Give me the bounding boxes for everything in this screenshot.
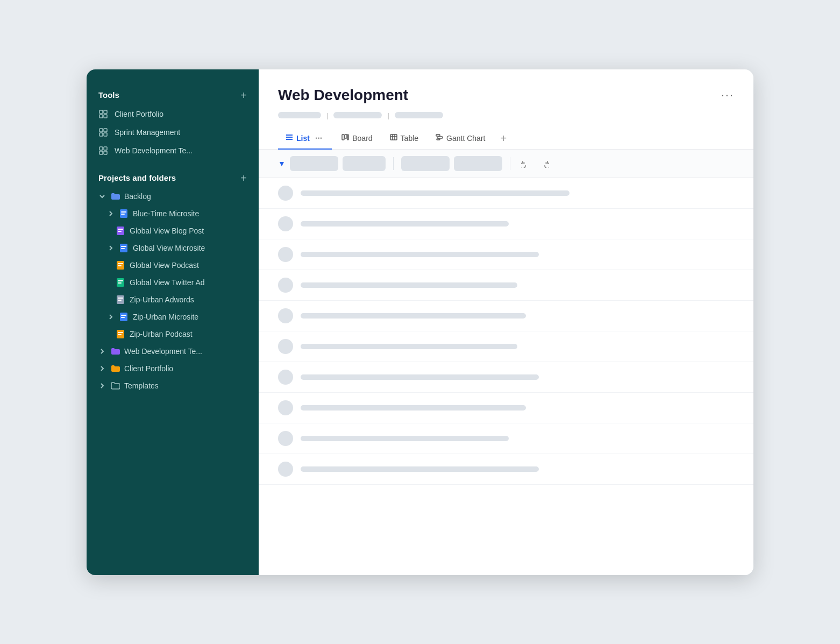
redo-button[interactable] — [537, 157, 552, 170]
avatar — [278, 278, 293, 293]
tab-board[interactable]: Board — [334, 128, 380, 149]
avatar — [278, 370, 293, 385]
svg-rect-0 — [99, 110, 103, 114]
toolbar-filter-pill-1[interactable] — [290, 156, 338, 171]
svg-rect-16 — [118, 229, 123, 230]
more-options-button[interactable]: ··· — [721, 89, 734, 101]
tab-gantt-label: Gantt Chart — [446, 134, 485, 143]
main-header: Web Development ··· | | List ··· — [259, 69, 753, 150]
list-item[interactable] — [259, 454, 753, 485]
filter-button[interactable]: ▼ — [278, 159, 286, 168]
toolbar-filter-pill-3[interactable] — [401, 156, 450, 171]
svg-rect-41 — [347, 135, 348, 140]
tools-add-button[interactable]: + — [240, 90, 247, 101]
sidebar-item-client-portfolio-nav[interactable]: Client Portfolio — [87, 360, 259, 377]
tools-header: Tools + — [87, 84, 259, 105]
projects-header: Projects and folders + — [87, 167, 259, 188]
row-line — [301, 282, 517, 288]
sidebar: Tools + Client Portfolio — [87, 69, 259, 575]
toolbar-filter-pill-2[interactable] — [343, 156, 386, 171]
chevron-down-icon — [98, 193, 106, 200]
doc-icon-blue — [119, 209, 129, 218]
table-icon — [390, 133, 397, 143]
svg-rect-39 — [342, 135, 344, 140]
sidebar-item-client-portfolio[interactable]: Client Portfolio — [87, 105, 259, 123]
projects-title: Projects and folders — [98, 173, 176, 182]
tab-list[interactable]: List ··· — [278, 128, 332, 150]
avatar — [278, 247, 293, 262]
folder-icon-amber — [110, 364, 120, 373]
svg-rect-32 — [121, 317, 125, 318]
breadcrumb-item-2[interactable] — [333, 112, 382, 118]
tab-list-label: List — [296, 134, 310, 143]
undo-button[interactable] — [518, 157, 533, 170]
svg-rect-3 — [104, 115, 107, 118]
svg-rect-8 — [99, 147, 103, 150]
row-line — [301, 344, 517, 349]
sidebar-item-global-blog[interactable]: Global View Blog Post — [87, 222, 259, 239]
avatar — [278, 462, 293, 477]
main-content: Web Development ··· | | List ··· — [259, 69, 753, 575]
sidebar-item-sprint-management[interactable]: Sprint Management — [87, 123, 259, 141]
tab-list-more[interactable]: ··· — [313, 133, 324, 143]
avatar — [278, 308, 293, 323]
list-item[interactable] — [259, 423, 753, 454]
sidebar-item-templates[interactable]: Templates — [87, 377, 259, 394]
svg-rect-4 — [99, 129, 103, 132]
svg-rect-14 — [121, 214, 125, 215]
grid-icon-2 — [98, 128, 108, 137]
tab-board-label: Board — [352, 134, 372, 143]
list-item[interactable] — [259, 270, 753, 301]
list-icon — [286, 133, 293, 143]
sidebar-item-backlog[interactable]: Backlog — [87, 188, 259, 205]
svg-rect-48 — [437, 139, 440, 140]
svg-rect-31 — [121, 315, 126, 316]
toolbar-filter-pill-4[interactable] — [454, 156, 502, 171]
gantt-icon — [436, 133, 443, 143]
list-item[interactable] — [259, 209, 753, 239]
breadcrumb-item-3[interactable] — [395, 112, 443, 118]
svg-rect-42 — [390, 135, 397, 140]
svg-rect-5 — [104, 129, 107, 132]
list-item[interactable] — [259, 331, 753, 362]
row-line — [301, 405, 526, 411]
sidebar-item-global-twitter[interactable]: Global View Twitter Ad — [87, 274, 259, 291]
svg-rect-20 — [121, 248, 125, 249]
sidebar-item-web-development[interactable]: Web Development Te... — [87, 141, 259, 160]
sidebar-item-global-podcast[interactable]: Global View Podcast — [87, 257, 259, 274]
sidebar-item-global-microsite[interactable]: Global View Microsite — [87, 239, 259, 257]
board-icon — [341, 133, 349, 143]
doc-icon-purple — [116, 226, 125, 236]
list-content — [259, 178, 753, 575]
svg-rect-22 — [118, 263, 123, 264]
sidebar-item-web-dev-te[interactable]: Web Development Te... — [87, 343, 259, 360]
list-item[interactable] — [259, 178, 753, 209]
tab-add-button[interactable]: + — [495, 128, 512, 149]
projects-add-button[interactable]: + — [240, 173, 247, 183]
list-item[interactable] — [259, 362, 753, 393]
nav-item-label: Global View Microsite — [133, 244, 205, 252]
svg-rect-10 — [99, 151, 103, 154]
breadcrumb-separator: | — [326, 111, 328, 119]
tab-gantt[interactable]: Gantt Chart — [428, 128, 493, 149]
breadcrumb-item-1[interactable] — [278, 112, 321, 118]
row-line — [301, 221, 509, 227]
list-item[interactable] — [259, 301, 753, 331]
svg-rect-9 — [104, 147, 107, 150]
folder-icon — [110, 192, 120, 201]
doc-icon-blue-2 — [119, 243, 129, 253]
chevron-right-icon-6 — [98, 382, 106, 390]
grid-icon — [98, 109, 108, 119]
page-title: Web Development — [278, 87, 408, 104]
tab-table[interactable]: Table — [382, 128, 426, 149]
sidebar-item-zip-adwords[interactable]: Zip-Urban Adwords — [87, 291, 259, 308]
sidebar-item-blue-time[interactable]: Blue-Time Microsite — [87, 205, 259, 222]
svg-rect-40 — [345, 135, 347, 138]
row-line — [301, 190, 570, 196]
list-item[interactable] — [259, 239, 753, 270]
list-item[interactable] — [259, 393, 753, 423]
chevron-right-icon-3 — [107, 313, 115, 321]
sidebar-item-zip-podcast[interactable]: Zip-Urban Podcast — [87, 325, 259, 343]
folder-outline-icon — [110, 381, 120, 391]
sidebar-item-zip-microsite[interactable]: Zip-Urban Microsite — [87, 308, 259, 325]
